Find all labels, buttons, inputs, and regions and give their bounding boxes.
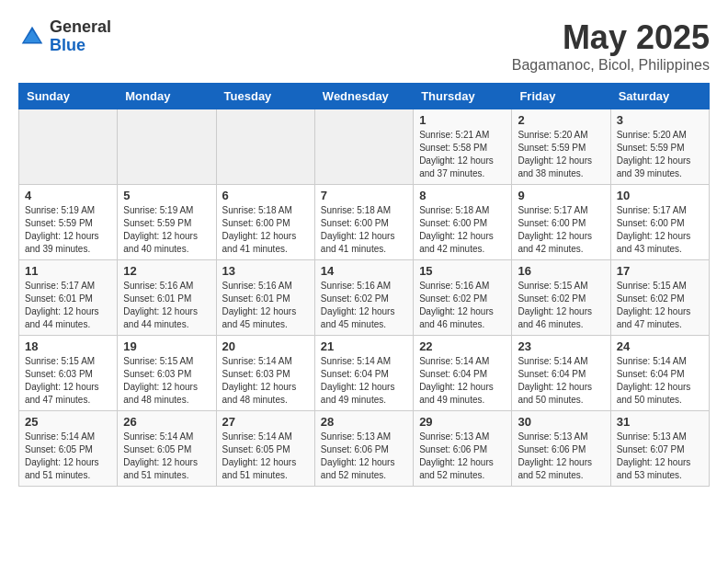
calendar-header: SundayMondayTuesdayWednesdayThursdayFrid… xyxy=(19,84,710,109)
day-info: Sunrise: 5:17 AM Sunset: 6:00 PM Dayligh… xyxy=(617,204,703,256)
week-row-4: 18Sunrise: 5:15 AM Sunset: 6:03 PM Dayli… xyxy=(19,336,710,411)
day-info: Sunrise: 5:16 AM Sunset: 6:02 PM Dayligh… xyxy=(321,280,407,331)
logo: General Blue xyxy=(18,18,111,55)
day-number: 31 xyxy=(617,415,703,429)
day-number: 17 xyxy=(617,264,703,278)
day-number: 2 xyxy=(518,113,604,127)
week-row-5: 25Sunrise: 5:14 AM Sunset: 6:05 PM Dayli… xyxy=(19,411,710,487)
day-number: 30 xyxy=(518,415,604,429)
calendar-cell: 17Sunrise: 5:15 AM Sunset: 6:02 PM Dayli… xyxy=(610,260,709,336)
calendar-cell: 26Sunrise: 5:14 AM Sunset: 6:05 PM Dayli… xyxy=(118,411,216,487)
day-number: 25 xyxy=(25,415,111,429)
calendar-cell: 18Sunrise: 5:15 AM Sunset: 6:03 PM Dayli… xyxy=(19,336,118,411)
week-row-2: 4Sunrise: 5:19 AM Sunset: 5:59 PM Daylig… xyxy=(19,185,710,260)
calendar-cell: 30Sunrise: 5:13 AM Sunset: 6:06 PM Dayli… xyxy=(512,411,610,487)
day-number: 18 xyxy=(25,339,111,353)
calendar-cell: 15Sunrise: 5:16 AM Sunset: 6:02 PM Dayli… xyxy=(414,260,512,336)
day-info: Sunrise: 5:14 AM Sunset: 6:04 PM Dayligh… xyxy=(321,355,407,407)
calendar-cell: 5Sunrise: 5:19 AM Sunset: 5:59 PM Daylig… xyxy=(118,185,216,260)
day-number: 14 xyxy=(321,264,407,278)
calendar-cell: 31Sunrise: 5:13 AM Sunset: 6:07 PM Dayli… xyxy=(610,411,709,487)
day-info: Sunrise: 5:17 AM Sunset: 6:00 PM Dayligh… xyxy=(518,204,604,256)
day-number: 13 xyxy=(222,264,309,278)
day-info: Sunrise: 5:14 AM Sunset: 6:04 PM Dayligh… xyxy=(617,355,703,407)
day-info: Sunrise: 5:13 AM Sunset: 6:07 PM Dayligh… xyxy=(617,431,703,482)
day-number: 11 xyxy=(25,264,111,278)
calendar-cell: 16Sunrise: 5:15 AM Sunset: 6:02 PM Dayli… xyxy=(512,260,610,336)
day-info: Sunrise: 5:13 AM Sunset: 6:06 PM Dayligh… xyxy=(321,431,407,482)
calendar-cell: 13Sunrise: 5:16 AM Sunset: 6:01 PM Dayli… xyxy=(216,260,314,336)
day-number: 3 xyxy=(617,113,703,127)
calendar-cell xyxy=(118,109,216,185)
calendar-cell: 25Sunrise: 5:14 AM Sunset: 6:05 PM Dayli… xyxy=(19,411,118,487)
calendar-cell: 28Sunrise: 5:13 AM Sunset: 6:06 PM Dayli… xyxy=(314,411,413,487)
day-number: 22 xyxy=(419,339,506,353)
day-info: Sunrise: 5:15 AM Sunset: 6:02 PM Dayligh… xyxy=(617,280,703,331)
day-info: Sunrise: 5:21 AM Sunset: 5:58 PM Dayligh… xyxy=(419,129,506,180)
day-number: 20 xyxy=(222,339,309,353)
day-number: 28 xyxy=(321,415,407,429)
day-info: Sunrise: 5:16 AM Sunset: 6:01 PM Dayligh… xyxy=(222,280,309,331)
day-number: 29 xyxy=(419,415,506,429)
calendar-cell: 8Sunrise: 5:18 AM Sunset: 6:00 PM Daylig… xyxy=(414,185,512,260)
day-info: Sunrise: 5:17 AM Sunset: 6:01 PM Dayligh… xyxy=(25,280,111,331)
calendar-cell: 19Sunrise: 5:15 AM Sunset: 6:03 PM Dayli… xyxy=(118,336,216,411)
calendar-cell: 21Sunrise: 5:14 AM Sunset: 6:04 PM Dayli… xyxy=(314,336,413,411)
day-number: 24 xyxy=(617,339,703,353)
day-number: 8 xyxy=(419,189,506,202)
day-info: Sunrise: 5:20 AM Sunset: 5:59 PM Dayligh… xyxy=(617,129,703,180)
calendar-cell xyxy=(216,109,314,185)
calendar-cell: 24Sunrise: 5:14 AM Sunset: 6:04 PM Dayli… xyxy=(610,336,709,411)
calendar-body: 1Sunrise: 5:21 AM Sunset: 5:58 PM Daylig… xyxy=(19,109,710,487)
header-thursday: Thursday xyxy=(414,84,512,109)
calendar-cell: 20Sunrise: 5:14 AM Sunset: 6:03 PM Dayli… xyxy=(216,336,314,411)
calendar-cell: 12Sunrise: 5:16 AM Sunset: 6:01 PM Dayli… xyxy=(118,260,216,336)
calendar-cell: 2Sunrise: 5:20 AM Sunset: 5:59 PM Daylig… xyxy=(512,109,610,185)
calendar-cell: 29Sunrise: 5:13 AM Sunset: 6:06 PM Dayli… xyxy=(414,411,512,487)
calendar-cell: 11Sunrise: 5:17 AM Sunset: 6:01 PM Dayli… xyxy=(19,260,118,336)
day-number: 6 xyxy=(222,189,309,202)
calendar-cell: 22Sunrise: 5:14 AM Sunset: 6:04 PM Dayli… xyxy=(414,336,512,411)
day-number: 16 xyxy=(518,264,604,278)
logo-text: General Blue xyxy=(50,18,111,55)
day-info: Sunrise: 5:19 AM Sunset: 5:59 PM Dayligh… xyxy=(123,204,210,256)
header-wednesday: Wednesday xyxy=(314,84,413,109)
week-row-1: 1Sunrise: 5:21 AM Sunset: 5:58 PM Daylig… xyxy=(19,109,710,185)
day-info: Sunrise: 5:18 AM Sunset: 6:00 PM Dayligh… xyxy=(321,204,407,256)
logo-general: General xyxy=(50,18,111,37)
header-row: SundayMondayTuesdayWednesdayThursdayFrid… xyxy=(19,84,710,109)
calendar-cell xyxy=(314,109,413,185)
day-info: Sunrise: 5:18 AM Sunset: 6:00 PM Dayligh… xyxy=(419,204,506,256)
day-number: 26 xyxy=(123,415,210,429)
logo-blue: Blue xyxy=(50,37,111,55)
day-number: 27 xyxy=(222,415,309,429)
page-header: General Blue May 2025 Bagamanoc, Bicol, … xyxy=(18,18,710,74)
day-info: Sunrise: 5:15 AM Sunset: 6:03 PM Dayligh… xyxy=(25,355,111,407)
day-info: Sunrise: 5:14 AM Sunset: 6:05 PM Dayligh… xyxy=(123,431,210,482)
day-number: 19 xyxy=(123,339,210,353)
day-info: Sunrise: 5:14 AM Sunset: 6:03 PM Dayligh… xyxy=(222,355,309,407)
day-number: 12 xyxy=(123,264,210,278)
header-monday: Monday xyxy=(118,84,216,109)
month-title: May 2025 xyxy=(512,18,710,57)
day-number: 1 xyxy=(419,113,506,127)
header-saturday: Saturday xyxy=(610,84,709,109)
day-info: Sunrise: 5:14 AM Sunset: 6:05 PM Dayligh… xyxy=(25,431,111,482)
day-number: 10 xyxy=(617,189,703,202)
calendar-cell: 23Sunrise: 5:14 AM Sunset: 6:04 PM Dayli… xyxy=(512,336,610,411)
day-info: Sunrise: 5:19 AM Sunset: 5:59 PM Dayligh… xyxy=(25,204,111,256)
calendar-cell: 9Sunrise: 5:17 AM Sunset: 6:00 PM Daylig… xyxy=(512,185,610,260)
day-number: 21 xyxy=(321,339,407,353)
calendar-cell: 14Sunrise: 5:16 AM Sunset: 6:02 PM Dayli… xyxy=(314,260,413,336)
location-title: Bagamanoc, Bicol, Philippines xyxy=(512,57,710,74)
calendar-table: SundayMondayTuesdayWednesdayThursdayFrid… xyxy=(18,83,710,487)
calendar-cell: 27Sunrise: 5:14 AM Sunset: 6:05 PM Dayli… xyxy=(216,411,314,487)
week-row-3: 11Sunrise: 5:17 AM Sunset: 6:01 PM Dayli… xyxy=(19,260,710,336)
day-info: Sunrise: 5:16 AM Sunset: 6:01 PM Dayligh… xyxy=(123,280,210,331)
calendar-cell: 1Sunrise: 5:21 AM Sunset: 5:58 PM Daylig… xyxy=(414,109,512,185)
title-block: May 2025 Bagamanoc, Bicol, Philippines xyxy=(512,18,710,74)
calendar-cell xyxy=(19,109,118,185)
day-info: Sunrise: 5:13 AM Sunset: 6:06 PM Dayligh… xyxy=(419,431,506,482)
day-info: Sunrise: 5:18 AM Sunset: 6:00 PM Dayligh… xyxy=(222,204,309,256)
header-tuesday: Tuesday xyxy=(216,84,314,109)
